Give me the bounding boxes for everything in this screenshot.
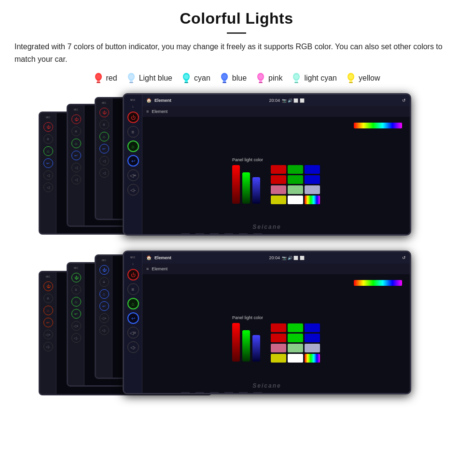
title-section: Colorful Lights: [14, 10, 459, 34]
page-title: Colorful Lights: [14, 10, 459, 28]
color-chip-lightcyan: light cyan: [291, 72, 337, 84]
main-unit-bottom: MIC 1 ⏻ ≡ ⌂ ↩ ◁+ ◁- 🏠: [123, 251, 411, 394]
svg-rect-13: [223, 80, 226, 82]
svg-rect-21: [295, 80, 298, 82]
bulb-icon-blue: [219, 72, 230, 84]
bulb-icon-cyan: [181, 72, 192, 84]
bulb-icon-yellow: [346, 72, 356, 84]
svg-rect-9: [185, 80, 188, 82]
svg-point-19: [258, 74, 263, 79]
description-text: Integrated with 7 colors of button indic…: [14, 41, 459, 65]
bottom-devices-row: MIC ⏻ ≡ ⌂ ↩ ◁+ ◁- MIC ⏻: [14, 251, 459, 405]
page-wrapper: Colorful Lights Integrated with 7 colors…: [0, 0, 473, 429]
bulb-icon-pink: [255, 72, 266, 84]
screen-title-bottom: Element: [154, 255, 171, 260]
top-devices-row: MIC ⏻ ≡ ⌂ ↩ ◁ ◁ MIC ⏻: [14, 93, 459, 243]
color-chip-red: red: [93, 72, 117, 84]
svg-rect-26: [349, 82, 353, 83]
svg-rect-18: [259, 82, 263, 83]
screen-time-top: 20:04: [269, 98, 280, 103]
color-label-blue: blue: [232, 74, 247, 83]
color-label-lightcyan: light cyan: [304, 74, 337, 83]
svg-point-15: [222, 74, 227, 79]
svg-rect-17: [259, 80, 262, 82]
panel-title-bottom: Panel light color: [232, 315, 263, 320]
svg-rect-2: [97, 82, 100, 83]
screen-time-bottom: 20:04: [269, 255, 280, 260]
bulb-icon-lightcyan: [291, 72, 302, 84]
bulb-icon-red: [93, 72, 104, 84]
svg-rect-6: [129, 82, 133, 83]
svg-rect-25: [349, 80, 352, 82]
svg-rect-14: [223, 82, 226, 83]
nav-label-bottom: Element: [152, 266, 167, 271]
bulb-icon-lightblue: [126, 72, 137, 84]
watermark-top: Seicane: [252, 224, 281, 230]
svg-rect-22: [294, 82, 298, 83]
color-label-red: red: [106, 74, 117, 83]
svg-rect-5: [130, 80, 133, 82]
svg-point-7: [129, 74, 134, 79]
color-label-yellow: yellow: [359, 74, 380, 83]
color-chip-lightblue: Light blue: [126, 72, 172, 84]
svg-rect-1: [97, 80, 100, 82]
color-label-cyan: cyan: [194, 74, 210, 83]
color-chip-pink: pink: [255, 72, 282, 84]
color-chip-cyan: cyan: [181, 72, 210, 84]
main-unit-top: MIC 1 ⏻ ≡ ⌂ ↩ ◁+ ◁- 🏠: [123, 93, 411, 236]
watermark-bottom: Seicane: [252, 382, 281, 389]
svg-point-3: [96, 74, 101, 79]
svg-point-27: [348, 74, 353, 79]
svg-rect-10: [184, 82, 188, 83]
nav-label-top: Element: [152, 109, 167, 114]
svg-point-11: [184, 74, 189, 79]
color-chip-blue: blue: [219, 72, 247, 84]
title-divider: [227, 32, 246, 34]
color-label-pink: pink: [268, 74, 282, 83]
screen-title-top: Element: [154, 98, 171, 103]
color-label-lightblue: Light blue: [139, 74, 172, 83]
panel-title-top: Panel light color: [232, 157, 263, 162]
svg-point-23: [294, 74, 299, 79]
color-chip-yellow: yellow: [346, 72, 380, 84]
color-chips-row: red Light blue cyan: [14, 72, 459, 84]
